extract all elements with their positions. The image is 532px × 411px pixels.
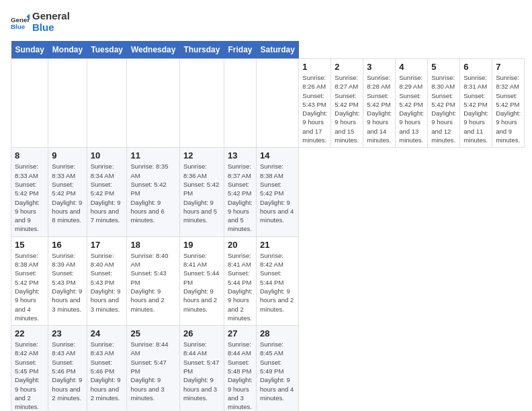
day-number: 3	[367, 62, 392, 72]
calendar-cell: 20Sunrise: 8:41 AMSunset: 5:44 PMDayligh…	[224, 236, 256, 325]
calendar-cell: 26Sunrise: 8:44 AMSunset: 5:47 PMDayligh…	[179, 326, 224, 411]
calendar-cell: 2Sunrise: 8:27 AMSunset: 5:42 PMDaylight…	[331, 59, 363, 148]
header: General Blue General Blue	[11, 11, 521, 33]
calendar-cell: 9Sunrise: 8:33 AMSunset: 5:42 PMDaylight…	[48, 148, 87, 236]
day-info: Sunrise: 8:38 AMSunset: 5:42 PMDaylight:…	[15, 251, 44, 322]
calendar-cell	[11, 59, 48, 148]
calendar-cell: 8Sunrise: 8:33 AMSunset: 5:42 PMDaylight…	[11, 148, 48, 236]
calendar-cell: 19Sunrise: 8:41 AMSunset: 5:44 PMDayligh…	[179, 236, 224, 325]
calendar-week-2: 8Sunrise: 8:33 AMSunset: 5:42 PMDaylight…	[11, 148, 525, 236]
weekday-header-wednesday: Wednesday	[127, 41, 179, 59]
day-info: Sunrise: 8:30 AMSunset: 5:42 PMDaylight:…	[431, 73, 456, 144]
day-info: Sunrise: 8:32 AMSunset: 5:42 PMDaylight:…	[496, 73, 521, 144]
day-number: 18	[130, 240, 175, 250]
calendar-cell	[87, 59, 127, 148]
weekday-header-tuesday: Tuesday	[87, 41, 127, 59]
day-number: 13	[228, 150, 253, 161]
weekday-header-friday: Friday	[224, 41, 256, 59]
calendar-cell: 13Sunrise: 8:37 AMSunset: 5:42 PMDayligh…	[224, 148, 256, 236]
day-number: 19	[183, 240, 220, 250]
day-number: 20	[228, 240, 253, 250]
day-info: Sunrise: 8:38 AMSunset: 5:42 PMDaylight:…	[260, 162, 295, 224]
calendar-cell: 16Sunrise: 8:39 AMSunset: 5:43 PMDayligh…	[48, 236, 87, 325]
day-info: Sunrise: 8:40 AMSunset: 5:43 PMDaylight:…	[130, 251, 175, 314]
day-info: Sunrise: 8:31 AMSunset: 5:42 PMDaylight:…	[463, 73, 488, 144]
day-info: Sunrise: 8:34 AMSunset: 5:42 PMDaylight:…	[91, 162, 124, 224]
day-number: 11	[130, 150, 175, 161]
weekday-header-monday: Monday	[48, 41, 87, 59]
calendar-week-3: 15Sunrise: 8:38 AMSunset: 5:42 PMDayligh…	[11, 236, 525, 325]
calendar-cell: 14Sunrise: 8:38 AMSunset: 5:42 PMDayligh…	[256, 148, 298, 236]
day-number: 8	[15, 150, 44, 161]
day-number: 28	[260, 328, 295, 338]
calendar-table: SundayMondayTuesdayWednesdayThursdayFrid…	[11, 41, 525, 411]
calendar-cell: 4Sunrise: 8:29 AMSunset: 5:42 PMDaylight…	[396, 59, 428, 148]
day-number: 23	[52, 328, 83, 338]
day-number: 16	[52, 240, 83, 250]
day-number: 24	[91, 328, 124, 338]
day-number: 2	[335, 62, 359, 72]
calendar-cell: 23Sunrise: 8:43 AMSunset: 5:46 PMDayligh…	[48, 326, 87, 411]
calendar-cell: 24Sunrise: 8:43 AMSunset: 5:46 PMDayligh…	[87, 326, 127, 411]
calendar-cell: 22Sunrise: 8:42 AMSunset: 5:45 PMDayligh…	[11, 326, 48, 411]
day-info: Sunrise: 8:26 AMSunset: 5:43 PMDaylight:…	[302, 73, 327, 144]
day-number: 14	[260, 150, 295, 161]
calendar-cell: 28Sunrise: 8:45 AMSunset: 5:49 PMDayligh…	[256, 326, 298, 411]
calendar-cell: 11Sunrise: 8:35 AMSunset: 5:42 PMDayligh…	[127, 148, 179, 236]
calendar-cell: 17Sunrise: 8:40 AMSunset: 5:43 PMDayligh…	[87, 236, 127, 325]
calendar-week-1: 1Sunrise: 8:26 AMSunset: 5:43 PMDaylight…	[11, 59, 525, 148]
day-number: 22	[15, 328, 44, 338]
day-number: 25	[130, 328, 175, 338]
weekday-header-row: SundayMondayTuesdayWednesdayThursdayFrid…	[11, 41, 525, 59]
weekday-header-thursday: Thursday	[179, 41, 224, 59]
calendar-week-4: 22Sunrise: 8:42 AMSunset: 5:45 PMDayligh…	[11, 326, 525, 411]
day-info: Sunrise: 8:42 AMSunset: 5:44 PMDaylight:…	[260, 251, 295, 314]
day-info: Sunrise: 8:41 AMSunset: 5:44 PMDaylight:…	[228, 251, 253, 322]
day-number: 12	[183, 150, 220, 161]
day-number: 5	[431, 62, 456, 72]
day-number: 6	[463, 62, 488, 72]
day-info: Sunrise: 8:28 AMSunset: 5:42 PMDaylight:…	[367, 73, 392, 144]
day-number: 15	[15, 240, 44, 250]
day-info: Sunrise: 8:43 AMSunset: 5:46 PMDaylight:…	[91, 340, 124, 402]
svg-text:Blue: Blue	[11, 22, 26, 30]
calendar-cell: 18Sunrise: 8:40 AMSunset: 5:43 PMDayligh…	[127, 236, 179, 325]
logo-icon: General Blue	[11, 13, 30, 32]
day-number: 4	[399, 62, 424, 72]
day-number: 17	[91, 240, 124, 250]
logo: General Blue General Blue	[11, 11, 70, 33]
calendar-cell: 25Sunrise: 8:44 AMSunset: 5:47 PMDayligh…	[127, 326, 179, 411]
day-info: Sunrise: 8:33 AMSunset: 5:42 PMDaylight:…	[15, 162, 44, 233]
day-number: 27	[228, 328, 253, 338]
day-info: Sunrise: 8:27 AMSunset: 5:42 PMDaylight:…	[335, 73, 359, 144]
day-info: Sunrise: 8:43 AMSunset: 5:46 PMDaylight:…	[52, 340, 83, 402]
calendar-cell: 12Sunrise: 8:36 AMSunset: 5:42 PMDayligh…	[179, 148, 224, 236]
calendar-cell: 10Sunrise: 8:34 AMSunset: 5:42 PMDayligh…	[87, 148, 127, 236]
weekday-header-saturday: Saturday	[256, 41, 298, 59]
day-info: Sunrise: 8:36 AMSunset: 5:42 PMDaylight:…	[183, 162, 220, 224]
day-info: Sunrise: 8:44 AMSunset: 5:48 PMDaylight:…	[228, 340, 253, 411]
day-info: Sunrise: 8:29 AMSunset: 5:42 PMDaylight:…	[399, 73, 424, 144]
calendar-cell: 7Sunrise: 8:32 AMSunset: 5:42 PMDaylight…	[492, 59, 525, 148]
day-info: Sunrise: 8:45 AMSunset: 5:49 PMDaylight:…	[260, 340, 295, 402]
calendar-cell	[224, 59, 256, 148]
day-info: Sunrise: 8:44 AMSunset: 5:47 PMDaylight:…	[183, 340, 220, 402]
day-info: Sunrise: 8:35 AMSunset: 5:42 PMDaylight:…	[130, 162, 175, 224]
day-info: Sunrise: 8:41 AMSunset: 5:44 PMDaylight:…	[183, 251, 220, 314]
day-info: Sunrise: 8:33 AMSunset: 5:42 PMDaylight:…	[52, 162, 83, 224]
day-number: 26	[183, 328, 220, 338]
day-number: 7	[496, 62, 521, 72]
day-info: Sunrise: 8:44 AMSunset: 5:47 PMDaylight:…	[130, 340, 175, 402]
day-info: Sunrise: 8:42 AMSunset: 5:45 PMDaylight:…	[15, 340, 44, 411]
calendar-cell: 21Sunrise: 8:42 AMSunset: 5:44 PMDayligh…	[256, 236, 298, 325]
day-info: Sunrise: 8:40 AMSunset: 5:43 PMDaylight:…	[91, 251, 124, 314]
calendar-cell: 15Sunrise: 8:38 AMSunset: 5:42 PMDayligh…	[11, 236, 48, 325]
calendar-cell: 5Sunrise: 8:30 AMSunset: 5:42 PMDaylight…	[428, 59, 460, 148]
day-number: 9	[52, 150, 83, 161]
day-number: 21	[260, 240, 295, 250]
calendar-cell: 27Sunrise: 8:44 AMSunset: 5:48 PMDayligh…	[224, 326, 256, 411]
calendar-cell	[179, 59, 224, 148]
calendar-cell: 3Sunrise: 8:28 AMSunset: 5:42 PMDaylight…	[363, 59, 396, 148]
calendar-cell	[48, 59, 87, 148]
weekday-header-sunday: Sunday	[11, 41, 48, 59]
